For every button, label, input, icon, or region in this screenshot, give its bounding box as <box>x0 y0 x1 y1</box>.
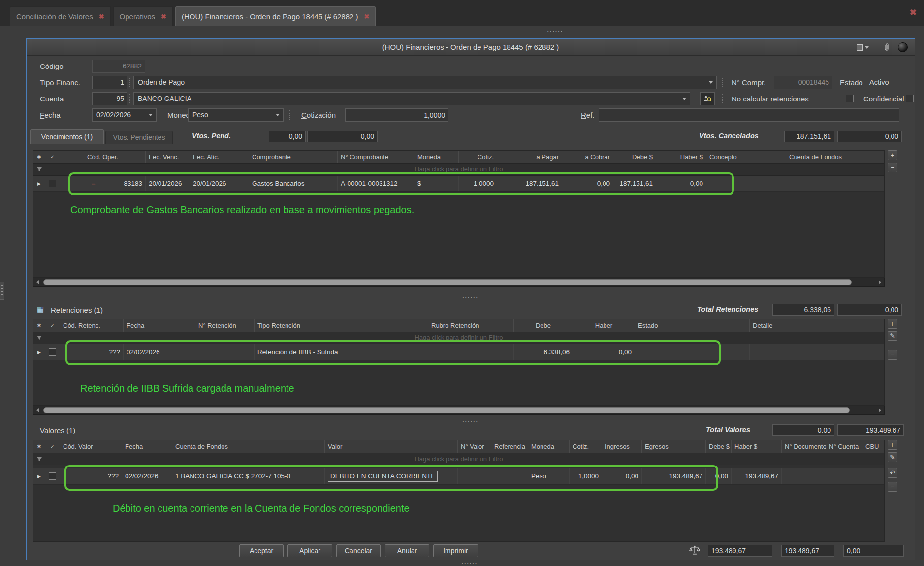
cell[interactable] <box>782 468 826 484</box>
chevron-down-icon[interactable] <box>146 109 155 121</box>
cell[interactable] <box>458 468 491 484</box>
tab-vencimientos[interactable]: Vencimientos (1) <box>30 129 104 144</box>
header-cell[interactable]: Moneda <box>528 440 570 453</box>
splitter-grip-bottom[interactable]: •••••• <box>462 562 478 565</box>
aplicar-button[interactable]: Aplicar <box>287 544 332 557</box>
cell[interactable] <box>491 468 528 484</box>
header-cell[interactable]: N° Retención <box>195 319 255 332</box>
add-row-button[interactable]: + <box>888 319 897 329</box>
header-cell[interactable]: Detalle <box>750 319 885 332</box>
header-cell[interactable]: Cotiz. <box>570 440 602 453</box>
cell[interactable]: 193.489,67 <box>732 468 782 484</box>
close-all-icon[interactable]: ✖ <box>910 7 917 18</box>
header-cell[interactable]: Egresos <box>642 440 706 453</box>
anular-button[interactable]: Anular <box>385 544 429 557</box>
add-row-button[interactable]: + <box>888 440 897 450</box>
header-cell[interactable]: Fecha <box>124 319 195 332</box>
cell[interactable]: ??? <box>60 468 122 484</box>
cell[interactable]: 1,0000 <box>459 176 497 191</box>
cell[interactable] <box>195 344 255 360</box>
header-cell[interactable]: Concepto <box>706 151 786 163</box>
header-cell[interactable]: Debe $ <box>706 440 732 453</box>
header-cell[interactable]: Haber $ <box>656 151 706 163</box>
remove-row-button[interactable]: − <box>888 350 897 360</box>
check-column-header[interactable]: ✓ <box>45 151 60 163</box>
cell[interactable]: 0,00 <box>656 176 706 191</box>
close-icon[interactable]: ✖ <box>161 13 166 20</box>
header-cell[interactable]: a Cobrar <box>562 151 613 163</box>
header-cell[interactable]: Haber <box>573 319 635 332</box>
cell[interactable]: Gastos Bancarios <box>249 176 338 191</box>
tab-conciliacion-de-valores[interactable]: Conciliación de Valores ✖ <box>10 6 111 26</box>
table-row[interactable]: ▶ ??? 02/02/2026 1 BANCO GALICIA CC $ 27… <box>33 468 884 485</box>
header-cell[interactable]: Fec. Venc. <box>146 151 190 163</box>
cell[interactable]: 1 BANCO GALICIA CC $ 2702-7 105-0 <box>172 468 325 484</box>
no-calcular-retenciones-checkbox[interactable] <box>846 95 854 102</box>
header-cell[interactable]: Fec. Alíc. <box>190 151 249 163</box>
header-cell[interactable]: N° Comprobante <box>338 151 414 163</box>
cell[interactable] <box>862 468 885 484</box>
close-icon[interactable]: ✖ <box>364 13 370 20</box>
header-cell[interactable]: Debe $ <box>613 151 656 163</box>
header-cell[interactable]: Rubro Retención <box>428 319 514 332</box>
tab-operativos[interactable]: Operativos ✖ <box>113 6 173 26</box>
moneda-combo[interactable]: Peso <box>188 108 284 122</box>
header-cell[interactable]: Haber $ <box>732 440 782 453</box>
chevron-down-icon[interactable] <box>706 76 715 89</box>
header-cell[interactable]: Cotiz. <box>459 151 497 163</box>
chevron-down-icon[interactable] <box>680 93 689 105</box>
cancelar-button[interactable]: Cancelar <box>336 544 381 557</box>
row-check-cell[interactable] <box>45 176 60 191</box>
check-column-header[interactable]: ✓ <box>45 440 60 453</box>
cell[interactable] <box>428 344 514 360</box>
cell[interactable] <box>786 176 885 191</box>
splitter-grip-valores[interactable]: •••••• <box>27 420 915 423</box>
header-cell[interactable]: Ingresos <box>602 440 642 453</box>
header-cell[interactable]: Tipo Retención <box>255 319 428 332</box>
table-row[interactable]: ▶ –83183 20/01/2026 20/01/2026 Gastos Ba… <box>33 176 884 192</box>
horizontal-scrollbar-vencimientos[interactable] <box>33 278 885 287</box>
cell[interactable] <box>826 468 862 484</box>
cell[interactable]: 187.151,61 <box>497 176 562 191</box>
scroll-right-arrow[interactable] <box>876 278 884 286</box>
filter-row[interactable]: Haga click para definir un Filtro <box>33 164 884 176</box>
cell[interactable]: Peso <box>528 468 570 484</box>
aceptar-button[interactable]: Aceptar <box>239 544 284 557</box>
header-cell[interactable]: a Pagar <box>497 151 562 163</box>
tab-orden-de-pago[interactable]: (HOU) Financieros - Orden de Pago 18445 … <box>175 6 376 26</box>
ref-input[interactable] <box>599 108 899 122</box>
filter-row[interactable]: Haga click para definir un Filtro <box>33 332 884 344</box>
cell[interactable]: 0,00 <box>602 468 642 484</box>
row-checkbox[interactable] <box>49 348 56 356</box>
table-row[interactable]: ▶ ??? 02/02/2026 Retención de IIBB - Suf… <box>33 344 884 360</box>
cell[interactable]: 0,00 <box>573 344 635 360</box>
cell[interactable]: 02/02/2026 <box>124 344 195 360</box>
scrollbar-thumb[interactable] <box>43 279 852 285</box>
header-cell[interactable]: N° Cuenta <box>826 440 862 453</box>
scroll-left-arrow[interactable] <box>33 406 42 414</box>
confidencial-checkbox[interactable] <box>906 95 914 102</box>
cell[interactable]: 187.151,61 <box>613 176 656 191</box>
header-cell[interactable]: Cuenta de Fondos <box>786 151 885 163</box>
cuenta-combo[interactable]: BANCO GALICIA <box>133 92 690 105</box>
close-icon[interactable]: ✖ <box>99 13 104 20</box>
cuenta-code-field[interactable]: 95 <box>92 92 127 105</box>
tab-vtos-pendientes[interactable]: Vtos. Pendientes <box>105 131 173 144</box>
header-cell[interactable]: Fecha <box>122 440 172 453</box>
chevron-down-icon[interactable] <box>273 109 282 121</box>
tipo-financ-combo[interactable]: Orden de Pago <box>133 76 717 89</box>
cell[interactable]: 6.338,06 <box>514 344 573 360</box>
header-cell[interactable]: N° Valor <box>458 440 491 453</box>
cell[interactable]: 1,0000 <box>570 468 602 484</box>
cell[interactable]: 0,00 <box>562 176 613 191</box>
fecha-combo[interactable]: 02/02/2026 <box>92 108 157 122</box>
cell[interactable]: 0,00 <box>706 468 732 484</box>
cell[interactable]: Retención de IIBB - Sufrida <box>255 344 428 360</box>
check-column-header[interactable]: ✓ <box>45 319 60 332</box>
cell[interactable]: $ <box>414 176 459 191</box>
header-cell[interactable]: Cód. Retenc. <box>60 319 124 332</box>
paperclip-icon[interactable] <box>883 43 890 53</box>
cell[interactable]: ??? <box>60 344 124 360</box>
header-cell[interactable]: Cuenta de Fondos <box>172 440 325 453</box>
scroll-right-arrow[interactable] <box>876 406 884 414</box>
